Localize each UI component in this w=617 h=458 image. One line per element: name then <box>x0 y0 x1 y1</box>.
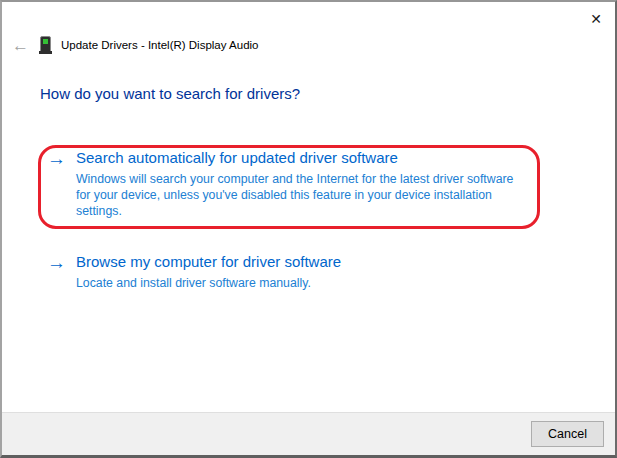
command-link-description: Windows will search your computer and th… <box>76 171 513 219</box>
device-icon-green-led <box>43 39 48 44</box>
close-icon: ✕ <box>590 11 602 27</box>
command-link-description: Locate and install driver software manua… <box>76 275 341 291</box>
back-arrow-icon: ← <box>12 36 29 55</box>
main-instruction: How do you want to search for drivers? <box>40 85 300 102</box>
command-link-browse-computer[interactable]: → Browse my computer for driver software… <box>47 253 341 291</box>
wizard-title: Update Drivers - Intel(R) Display Audio <box>61 39 259 51</box>
cancel-button[interactable]: Cancel <box>531 421 604 447</box>
close-button[interactable]: ✕ <box>581 6 611 32</box>
wizard-header: ← Update Drivers - Intel(R) Display Audi… <box>12 34 259 56</box>
update-drivers-dialog: ✕ ← Update Drivers - Intel(R) Display Au… <box>0 0 617 458</box>
command-arrow-icon: → <box>47 253 69 272</box>
device-icon-base <box>39 51 52 54</box>
back-button[interactable]: ← <box>12 37 34 54</box>
footer: Cancel <box>2 412 615 455</box>
command-arrow-icon: → <box>47 149 69 168</box>
command-link-title: Search automatically for updated driver … <box>76 149 513 167</box>
command-link-search-automatically[interactable]: → Search automatically for updated drive… <box>47 149 513 219</box>
command-link-title: Browse my computer for driver software <box>76 253 341 271</box>
device-icon <box>39 36 52 54</box>
